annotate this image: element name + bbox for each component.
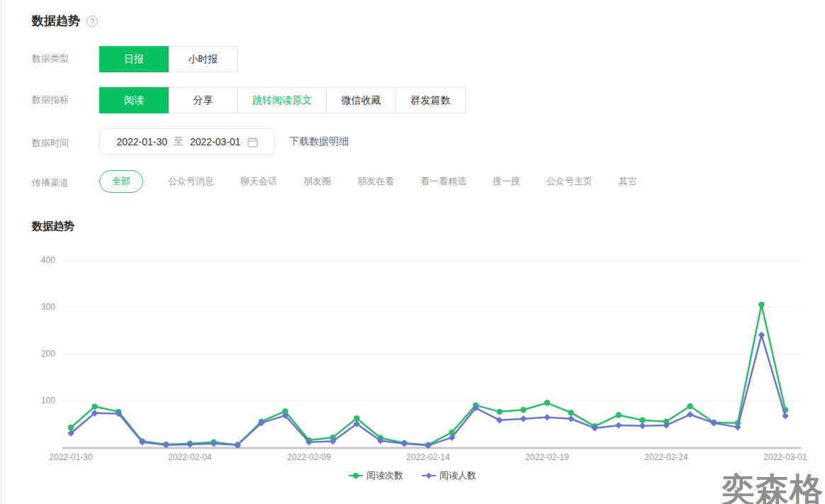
legend-label: 阅读次数 (366, 469, 403, 482)
analytics-page: 数据趋势 ? 数据类型 日报小时报 数据指标 阅读分享跳转阅读原文微信收藏群发篇… (0, 0, 825, 504)
x-axis-label: 2022-01-30 (49, 452, 93, 462)
y-axis-label: 200 (41, 349, 55, 359)
trend-chart[interactable]: 1002003004002022-01-302022-02-042022-02-… (0, 248, 825, 469)
y-axis-label: 300 (41, 302, 55, 312)
data-point[interactable] (544, 400, 550, 405)
channel-label: 传播渠道 (32, 177, 69, 189)
y-axis-label: 100 (41, 396, 55, 405)
data-point[interactable] (758, 332, 765, 339)
data-point[interactable] (544, 414, 551, 421)
data-metric-option[interactable]: 群发篇数 (396, 87, 466, 113)
data-metric-group: 阅读分享跳转阅读原文微信收藏群发篇数 (99, 87, 466, 113)
legend-marker (422, 472, 436, 479)
x-axis-label: 2022-02-04 (168, 452, 212, 462)
channel-option[interactable]: 聊天会话 (239, 175, 279, 188)
chart-section-title: 数据趋势 (32, 220, 74, 233)
watermark-logo: 奕森格 (722, 468, 824, 504)
data-metric-label: 数据指标 (32, 94, 69, 106)
channel-option[interactable]: 看一看精选 (419, 175, 468, 188)
data-point[interactable] (568, 415, 575, 422)
channel-option[interactable]: 其它 (617, 175, 639, 188)
series-line[interactable] (71, 305, 785, 445)
data-metric-option[interactable]: 阅读 (99, 87, 169, 113)
data-point[interactable] (68, 425, 74, 430)
channel-option[interactable]: 朋友在看 (356, 175, 395, 188)
end-date[interactable]: 2022-03-01 (190, 136, 241, 147)
x-axis-label: 2022-02-09 (287, 452, 331, 462)
data-point[interactable] (687, 411, 694, 418)
data-metric-option[interactable]: 分享 (169, 87, 238, 113)
data-point[interactable] (734, 424, 741, 431)
series-line[interactable] (71, 335, 785, 446)
data-type-option[interactable]: 小时报 (169, 46, 238, 72)
legend-label: 阅读人数 (439, 469, 476, 482)
x-axis-label: 2022-02-14 (406, 452, 450, 462)
data-type-group: 日报小时报 (99, 46, 238, 72)
x-axis-label: 2022-03-01 (763, 452, 807, 462)
x-axis-label: 2022-02-19 (525, 452, 569, 462)
channel-option[interactable]: 朋友圈 (302, 175, 332, 188)
channel-row: 全部公众号消息聊天会话朋友圈朋友在看看一看精选搜一搜公众号主页其它 (99, 170, 639, 193)
help-icon[interactable]: ? (86, 16, 98, 27)
data-point[interactable] (687, 403, 692, 409)
download-data-link[interactable]: 下载数据明细 (289, 135, 349, 148)
data-point[interactable] (639, 418, 645, 423)
data-point[interactable] (568, 410, 573, 415)
channel-option[interactable]: 搜一搜 (491, 175, 522, 188)
data-type-option[interactable]: 日报 (99, 46, 169, 72)
data-time-label: 数据时间 (32, 137, 69, 150)
data-point[interactable] (520, 415, 527, 422)
legend-marker (349, 472, 363, 479)
date-range-picker[interactable]: 2022-01-30 至 2022-03-01 (99, 128, 275, 155)
y-axis-label: 400 (41, 255, 55, 265)
title-row: 数据趋势 ? (32, 13, 98, 29)
data-point[interactable] (497, 409, 503, 415)
data-type-label: 数据类型 (32, 52, 69, 65)
channel-option[interactable]: 公众号消息 (167, 175, 215, 188)
data-point[interactable] (616, 412, 622, 418)
data-point[interactable] (782, 413, 789, 420)
start-date[interactable]: 2022-01-30 (116, 136, 167, 147)
legend-item[interactable]: 阅读次数 (349, 469, 403, 482)
data-point[interactable] (496, 417, 503, 424)
data-point[interactable] (758, 302, 764, 308)
data-point[interactable] (615, 422, 622, 429)
date-separator: 至 (174, 135, 184, 148)
data-point[interactable] (354, 415, 359, 421)
data-metric-option[interactable]: 跳转阅读原文 (238, 87, 327, 113)
x-axis-label: 2022-02-24 (644, 452, 688, 462)
data-metric-option[interactable]: 微信收藏 (327, 87, 396, 113)
chart-legend: 阅读次数阅读人数 (0, 469, 825, 482)
channel-option[interactable]: 全部 (99, 170, 143, 193)
data-point[interactable] (639, 422, 646, 430)
legend-item[interactable]: 阅读人数 (422, 469, 476, 482)
page-title: 数据趋势 (32, 13, 80, 29)
data-point[interactable] (91, 403, 97, 409)
calendar-icon[interactable] (247, 137, 258, 147)
data-point[interactable] (401, 440, 408, 447)
data-point[interactable] (520, 407, 526, 413)
channel-option[interactable]: 公众号主页 (545, 175, 594, 188)
